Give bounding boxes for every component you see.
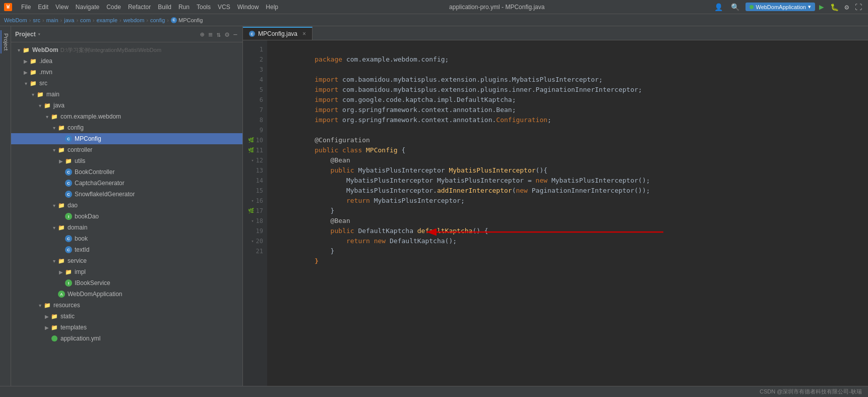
tree-item-captchagenerator[interactable]: C CaptchaGenerator — [11, 178, 242, 189]
code-line-9: @Configuration — [275, 125, 860, 135]
resources-folder-icon: 📁 — [43, 301, 51, 309]
breadcrumb-webdom[interactable]: WebDom — [4, 17, 27, 23]
breadcrumb-java[interactable]: java — [64, 17, 74, 23]
menu-file[interactable]: File — [18, 3, 34, 12]
tree-arrow-java: ▾ — [36, 103, 43, 108]
tree-item-config[interactable]: ▾ 📁 config — [11, 122, 242, 133]
service-folder-icon: 📁 — [57, 257, 66, 265]
tree-item-main[interactable]: ▾ 📁 main — [11, 89, 242, 100]
webdomapp-class-icon: A — [57, 290, 66, 298]
menu-tools[interactable]: Tools — [194, 3, 214, 12]
tree-label-static: static — [60, 313, 75, 320]
tree-item-domain[interactable]: ▾ 📁 domain — [11, 222, 242, 233]
tree-item-bookdao[interactable]: I bookDao — [11, 211, 242, 222]
menu-window[interactable]: Window — [234, 3, 262, 12]
editor-tabs: C MPConfig.java × — [243, 26, 868, 40]
app-logo: W — [4, 3, 12, 11]
breadcrumb-src[interactable]: src — [33, 17, 40, 23]
project-tree: ▾ 📁 WebDom D:\学习案例\integrationMyBatis\We… — [11, 42, 242, 386]
close-sidebar-icon[interactable]: − — [232, 29, 238, 39]
utils-folder-icon: 📁 — [65, 157, 73, 165]
tree-item-bookcontroller[interactable]: C BookController — [11, 166, 242, 178]
ibookservice-interface-icon: I — [65, 279, 73, 287]
main-folder-icon: 📁 — [36, 90, 44, 98]
tree-item-webdom[interactable]: ▾ 📁 WebDom D:\学习案例\integrationMyBatis\We… — [11, 44, 242, 55]
project-panel-tab[interactable]: Project — [1, 30, 11, 53]
menu-help[interactable]: Help — [263, 3, 281, 12]
idea-folder-icon: 📁 — [29, 57, 37, 65]
mpconfig-class-icon: C — [65, 135, 73, 143]
snowflake-class-icon: C — [65, 190, 73, 198]
tree-item-ibookservice[interactable]: I IBookService — [11, 277, 242, 289]
menu-run[interactable]: Run — [175, 3, 193, 12]
breadcrumb-config[interactable]: config — [150, 17, 165, 23]
tree-item-webdomapp[interactable]: A WebDomApplication — [11, 289, 242, 300]
settings-icon[interactable]: ⚙ — [845, 3, 849, 11]
menu-refactor[interactable]: Refactor — [125, 3, 154, 12]
breadcrumb-webdom2[interactable]: webdom — [123, 17, 145, 23]
code-content[interactable]: package com.example.webdom.config; impor… — [267, 40, 868, 386]
expand-all-icon[interactable]: ⇅ — [216, 29, 222, 39]
tree-item-idea[interactable]: ▶ 📁 .idea — [11, 55, 242, 67]
maximize-icon[interactable]: ⛶ — [853, 2, 864, 12]
tree-label-controller: controller — [68, 146, 92, 153]
tree-arrow-controller: ▾ — [50, 147, 57, 153]
menu-vcs[interactable]: VCS — [215, 3, 233, 12]
tree-label-src: src — [39, 80, 47, 87]
line-num-17: 🌿 17 — [243, 206, 267, 216]
tree-item-snowflake[interactable]: C SnowflakeIdGenerator — [11, 189, 242, 200]
collapse-all-icon[interactable]: ≡ — [207, 29, 213, 39]
menu-edit[interactable]: Edit — [35, 3, 51, 12]
tree-item-service[interactable]: ▾ 📁 service — [11, 255, 242, 266]
tree-item-mvn[interactable]: ▶ 📁 .mvn — [11, 67, 242, 78]
breadcrumb-sep-5: › — [93, 17, 95, 23]
tree-item-mpconfig[interactable]: C MPConfig — [11, 133, 242, 144]
account-icon[interactable]: 👤 — [712, 2, 725, 12]
sidebar-title-dropdown[interactable]: Project ▾ — [15, 31, 41, 38]
tree-item-controller[interactable]: ▾ 📁 controller — [11, 144, 242, 155]
tree-label-idea: .idea — [39, 58, 52, 65]
search-icon[interactable]: 🔍 — [729, 2, 741, 12]
static-folder-icon: 📁 — [50, 312, 58, 320]
locate-file-icon[interactable]: ⊕ — [199, 29, 205, 39]
tree-item-textid[interactable]: C textId — [11, 244, 242, 255]
bookdao-interface-icon: I — [65, 212, 73, 220]
tree-item-utils[interactable]: ▶ 📁 utils — [11, 155, 242, 166]
code-line-16: } — [275, 196, 860, 206]
line-num-5: 5 — [243, 85, 267, 95]
tree-item-book[interactable]: C book — [11, 233, 242, 244]
run-config-selector[interactable]: WebDomApplication ▾ — [746, 3, 815, 11]
breadcrumb-mpconfig: MPConfig — [178, 17, 203, 23]
debug-button[interactable]: 🐛 — [828, 2, 841, 12]
tree-item-templates[interactable]: ▶ 📁 templates — [11, 322, 242, 333]
line-num-21: 21 — [243, 246, 267, 256]
tree-item-java[interactable]: ▾ 📁 java — [11, 100, 242, 111]
tree-arrow-config: ▾ — [50, 125, 57, 131]
tree-item-application-yml[interactable]: application.yml — [11, 333, 242, 344]
menu-view[interactable]: View — [52, 3, 72, 12]
tree-item-dao[interactable]: ▾ 📁 dao — [11, 200, 242, 211]
tree-item-src[interactable]: ▾ 📁 src — [11, 78, 242, 89]
java-folder-icon: 📁 — [43, 101, 51, 109]
tree-item-impl[interactable]: ▶ 📁 impl — [11, 266, 242, 277]
run-button[interactable]: ▶ — [819, 2, 824, 12]
tree-item-resources[interactable]: ▾ 📁 resources — [11, 300, 242, 311]
code-line-7: import org.springframework.context.annot… — [275, 105, 860, 115]
menu-code[interactable]: Code — [103, 3, 124, 12]
line-num-20: ▾20 — [243, 236, 267, 246]
dao-folder-icon: 📁 — [57, 201, 66, 209]
code-area[interactable]: 1 2 3 4 5 6 7 8 9 🌿 10 🌿 11 ▾12 13 — [243, 40, 868, 386]
line-num-6: 6 — [243, 95, 267, 105]
breadcrumb-example[interactable]: example — [97, 17, 118, 23]
breadcrumb-main[interactable]: main — [46, 17, 58, 23]
breadcrumb-com[interactable]: com — [80, 17, 91, 23]
menu-build[interactable]: Build — [155, 3, 174, 12]
tree-label-java: java — [53, 102, 65, 109]
tree-item-com-example-webdom[interactable]: ▾ 📁 com.example.webdom — [11, 111, 242, 122]
menu-navigate[interactable]: Navigate — [73, 3, 102, 12]
code-line-20: } — [275, 236, 860, 246]
tree-item-static[interactable]: ▶ 📁 static — [11, 311, 242, 322]
settings-sidebar-icon[interactable]: ⚙ — [224, 29, 230, 39]
tab-close-button[interactable]: × — [302, 30, 306, 37]
editor-tab-mpconfig[interactable]: C MPConfig.java × — [243, 27, 313, 40]
